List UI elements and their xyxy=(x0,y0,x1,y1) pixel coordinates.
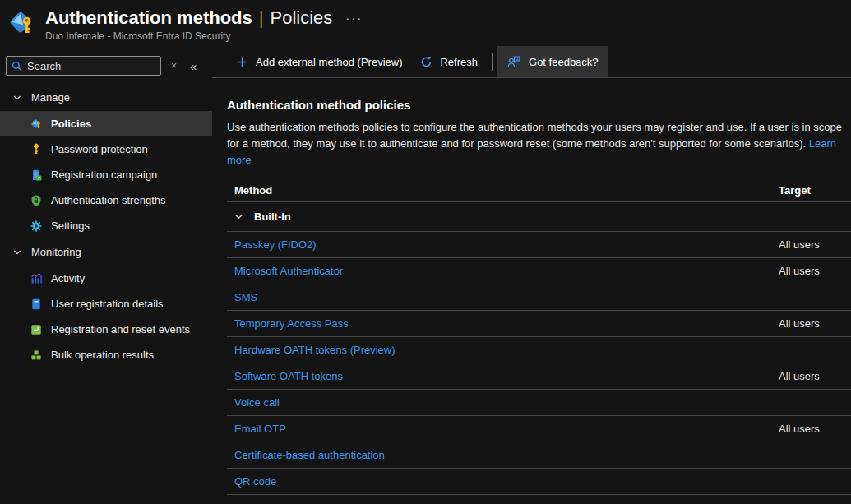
shield-lock-icon xyxy=(30,194,43,207)
table-row: Certificate-based authentication xyxy=(227,442,851,469)
title-block: Authentication methods | Policies Duo In… xyxy=(45,7,332,42)
sidebar-item-label: Policies xyxy=(51,117,91,131)
phone-check-icon xyxy=(30,169,43,182)
sidebar-item-policies[interactable]: Policies xyxy=(0,111,212,136)
group-label: Built-In xyxy=(254,210,291,223)
method-cell: Certificate-based authentication xyxy=(227,449,779,461)
add-external-method-button[interactable]: Add external method (Preview) xyxy=(227,46,411,77)
method-cell: QR code xyxy=(227,475,779,488)
sidebar-section-label: Manage xyxy=(31,91,70,104)
main-content: Add external method (Preview) Refresh Go… xyxy=(212,46,851,504)
table-row: Hardware OATH tokens (Preview) xyxy=(227,337,851,363)
sidebar-item-user-registration-details[interactable]: User registration details xyxy=(0,291,212,317)
method-link-hardware-oath-tokens-preview[interactable]: Hardware OATH tokens (Preview) xyxy=(234,344,395,356)
sidebar: × « ManagePoliciesPassword protectionReg… xyxy=(0,46,212,504)
search-box[interactable] xyxy=(6,56,161,76)
key-icon xyxy=(30,143,43,156)
activity-chart-icon xyxy=(30,272,43,285)
title-separator: | xyxy=(259,7,264,29)
chevron-down-icon xyxy=(12,247,22,257)
method-link-software-oath-tokens[interactable]: Software OATH tokens xyxy=(234,370,343,382)
events-chart-icon xyxy=(30,323,43,336)
plus-icon xyxy=(236,56,248,68)
entra-authentication-methods-page: Authentication methods | Policies Duo In… xyxy=(0,0,851,504)
method-cell: Microsoft Authenticator xyxy=(227,265,779,277)
table-row: Email OTPAll users xyxy=(227,416,851,442)
method-link-email-otp[interactable]: Email OTP xyxy=(234,423,286,435)
page-header: Authentication methods | Policies Duo In… xyxy=(0,0,851,46)
table-row: QR code xyxy=(227,469,851,495)
target-cell: All users xyxy=(779,238,851,251)
refresh-button[interactable]: Refresh xyxy=(411,46,487,77)
table-rows: Passkey (FIDO2)All usersMicrosoft Authen… xyxy=(227,232,851,495)
sidebar-section-label: Monitoring xyxy=(31,246,81,258)
method-link-certificate-based-authentication[interactable]: Certificate-based authentication xyxy=(234,449,385,461)
method-link-temporary-access-pass[interactable]: Temporary Access Pass xyxy=(234,317,349,330)
got-feedback-label: Got feedback? xyxy=(529,56,599,68)
table-row: Passkey (FIDO2)All users xyxy=(227,232,851,258)
sidebar-search-row: × « xyxy=(0,53,212,84)
feedback-icon xyxy=(506,54,521,69)
sidebar-item-password-protection[interactable]: Password protection xyxy=(0,136,212,162)
sidebar-item-label: Settings xyxy=(51,219,90,233)
table-row: SMS xyxy=(227,284,851,311)
page-title-blade: Policies xyxy=(271,7,333,29)
sidebar-item-activity[interactable]: Activity xyxy=(0,266,212,291)
command-bar: Add external method (Preview) Refresh Go… xyxy=(212,46,851,78)
method-cell: SMS xyxy=(227,291,779,303)
sidebar-item-authentication-strengths[interactable]: Authentication strengths xyxy=(0,187,212,213)
sidebar-item-label: User registration details xyxy=(51,297,164,311)
method-link-passkey-fido2[interactable]: Passkey (FIDO2) xyxy=(234,238,317,251)
breadcrumb-subtitle: Duo Infernale - Microsoft Entra ID Secur… xyxy=(45,30,332,42)
search-icon xyxy=(12,61,22,72)
document-icon xyxy=(30,298,43,311)
sidebar-collapse-icon[interactable]: « xyxy=(190,59,197,73)
table-row: Temporary Access PassAll users xyxy=(227,311,851,337)
methods-table: Method Target Built-In Passkey (FIDO2)Al… xyxy=(227,178,851,495)
method-link-sms[interactable]: SMS xyxy=(234,291,257,303)
method-cell: Hardware OATH tokens (Preview) xyxy=(227,344,779,356)
search-input[interactable] xyxy=(27,60,155,72)
method-cell: Software OATH tokens xyxy=(227,370,779,382)
sidebar-item-bulk-operation-results[interactable]: Bulk operation results xyxy=(0,342,212,368)
table-row: Voice call xyxy=(227,390,851,416)
authentication-methods-icon xyxy=(30,118,43,131)
chevron-down-icon xyxy=(12,93,22,103)
target-cell: All users xyxy=(779,265,851,277)
cubes-icon xyxy=(30,349,43,362)
sidebar-item-label: Password protection xyxy=(51,142,148,156)
sidebar-item-label: Activity xyxy=(51,271,85,285)
sidebar-item-registration-and-reset-events[interactable]: Registration and reset events xyxy=(0,317,212,342)
sidebar-item-label: Bulk operation results xyxy=(51,348,154,362)
got-feedback-button[interactable]: Got feedback? xyxy=(497,46,608,77)
group-chevron-down-icon[interactable] xyxy=(234,211,244,222)
search-clear-icon[interactable]: × xyxy=(171,60,177,72)
column-header-method: Method xyxy=(227,184,779,197)
table-row: Microsoft AuthenticatorAll users xyxy=(227,258,851,284)
sidebar-section-manage[interactable]: Manage xyxy=(0,84,212,111)
method-link-voice-call[interactable]: Voice call xyxy=(234,396,280,409)
authentication-methods-icon xyxy=(7,8,37,39)
sidebar-section-monitoring[interactable]: Monitoring xyxy=(0,238,212,266)
table-group-row: Built-In xyxy=(227,202,851,232)
page-title: Authentication methods | Policies xyxy=(45,7,332,29)
table-header-row: Method Target xyxy=(227,178,851,202)
refresh-icon xyxy=(420,56,432,68)
add-external-method-label: Add external method (Preview) xyxy=(256,56,402,68)
sidebar-item-label: Registration and reset events xyxy=(51,322,190,336)
sidebar-item-registration-campaign[interactable]: Registration campaign xyxy=(0,162,212,187)
description-text: Use authentication methods policies to c… xyxy=(227,121,842,150)
gear-icon xyxy=(30,220,43,233)
more-menu-button[interactable]: ··· xyxy=(345,11,363,25)
section-heading: Authentication method policies xyxy=(227,98,851,112)
method-link-qr-code[interactable]: QR code xyxy=(234,475,276,488)
method-cell: Email OTP xyxy=(227,423,779,435)
method-link-microsoft-authenticator[interactable]: Microsoft Authenticator xyxy=(234,265,343,277)
sidebar-item-settings[interactable]: Settings xyxy=(0,213,212,238)
sidebar-nav: ManagePoliciesPassword protectionRegistr… xyxy=(0,84,212,368)
target-cell: All users xyxy=(779,317,851,330)
target-cell: All users xyxy=(779,423,851,435)
column-header-target: Target xyxy=(779,184,851,197)
sidebar-item-label: Authentication strengths xyxy=(51,193,165,207)
sidebar-item-label: Registration campaign xyxy=(51,168,157,182)
